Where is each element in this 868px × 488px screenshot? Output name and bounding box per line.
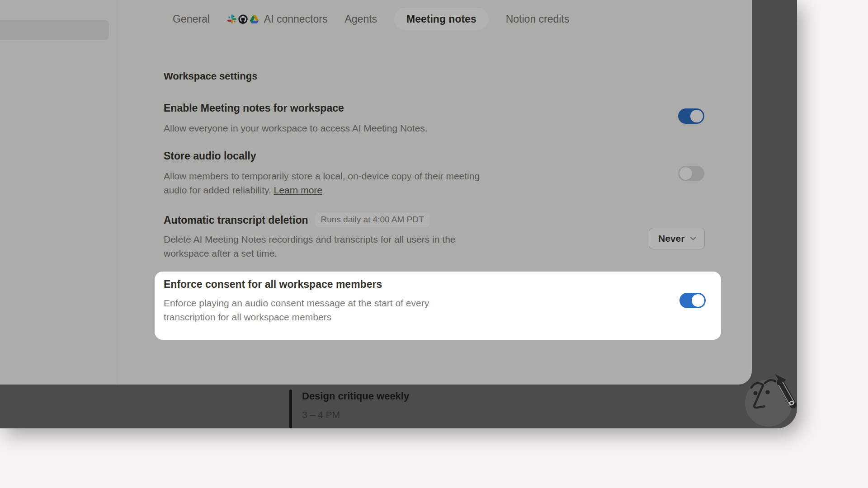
setting-desc-enforce-consent: Enforce playing an audio consent message… xyxy=(164,296,429,324)
toggle-knob xyxy=(690,110,703,122)
sidebar-divider xyxy=(117,0,118,385)
settings-tabs: General xyxy=(173,7,569,31)
settings-modal: General xyxy=(0,0,752,385)
setting-desc-transcript-deletion: Delete AI Meeting Notes recordings and t… xyxy=(164,232,455,260)
section-heading: Workspace settings xyxy=(164,70,257,82)
deletion-interval-value: Never xyxy=(658,233,684,244)
deletion-interval-select[interactable]: Never xyxy=(649,228,705,249)
setting-title-enforce-consent: Enforce consent for all workspace member… xyxy=(164,277,382,291)
chevron-down-icon xyxy=(689,235,697,243)
setting-title-transcript-deletion: Automatic transcript deletion Runs daily… xyxy=(164,212,429,227)
settings-sidebar xyxy=(0,0,118,385)
toggle-store-audio[interactable] xyxy=(678,166,704,181)
google-drive-icon xyxy=(249,14,259,24)
highlight-card-enforce-consent: Enforce consent for all workspace member… xyxy=(155,272,721,340)
schedule-badge: Runs daily at 4:00 AM PDT xyxy=(315,212,429,227)
calendar-event-time: 3 – 4 PM xyxy=(302,409,340,420)
setting-title-text: Automatic transcript deletion xyxy=(164,213,308,227)
sidebar-selected-item[interactable] xyxy=(0,20,109,40)
toggle-knob xyxy=(692,294,704,307)
tab-notion-credits[interactable]: Notion credits xyxy=(506,13,570,25)
page: { "tabs": { "items": [ { "label": "Gener… xyxy=(0,0,868,488)
setting-title-store-audio: Store audio locally xyxy=(164,149,256,163)
tab-ai-connectors-label: AI connectors xyxy=(264,13,328,25)
connector-icons xyxy=(227,14,259,24)
github-icon xyxy=(238,14,248,24)
toggle-knob xyxy=(679,167,692,180)
tab-meeting-notes[interactable]: Meeting notes xyxy=(394,8,489,30)
learn-more-link[interactable]: Learn more xyxy=(274,185,322,195)
calendar-event-bar xyxy=(289,389,292,428)
setting-desc-store-audio: Allow members to temporarily store a loc… xyxy=(164,169,480,197)
notion-app-window: General xyxy=(0,0,797,428)
toggle-enforce-consent[interactable] xyxy=(679,293,706,308)
tab-ai-connectors[interactable]: AI connectors xyxy=(227,13,328,25)
toggle-enable-meeting-notes[interactable] xyxy=(678,108,704,124)
calendar-event-title: Design critique weekly xyxy=(302,390,409,402)
setting-desc-enable-meeting-notes: Allow everyone in your workspace to acce… xyxy=(164,121,428,135)
setting-title-enable-meeting-notes: Enable Meeting notes for workspace xyxy=(164,101,344,115)
tab-agents[interactable]: Agents xyxy=(344,13,377,25)
tab-general[interactable]: General xyxy=(173,13,210,25)
slack-icon xyxy=(227,14,237,24)
